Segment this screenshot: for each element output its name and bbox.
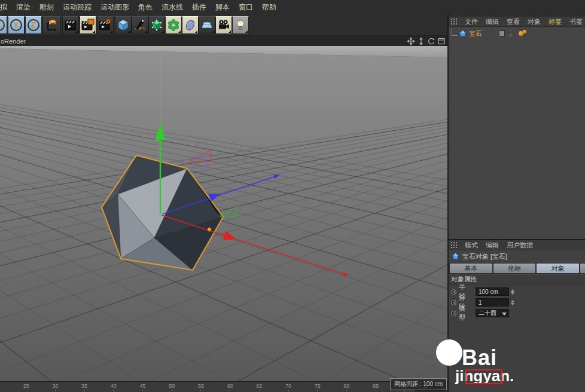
ruler-number: 35 — [81, 384, 87, 391]
spline-pen-button[interactable] — [132, 16, 148, 34]
lock-y-axis-button[interactable]: Y — [8, 16, 25, 34]
radius-spinner[interactable] — [511, 289, 514, 295]
render-picture-viewer-button[interactable] — [80, 16, 96, 34]
ruler-number: 65 — [256, 384, 262, 391]
type-label: 类型 — [459, 304, 471, 322]
menu-item[interactable]: 角色 — [138, 2, 153, 13]
viewport-dolly-icon[interactable] — [417, 37, 425, 45]
layer-square-icon[interactable] — [499, 30, 505, 36]
type-row: 类型 二十面 — [449, 308, 585, 318]
panel-grip-icon[interactable] — [451, 19, 457, 24]
right-panel: 文件 编辑 查看 对象 标签 书签 宝石 ·· ✓ — [449, 0, 585, 392]
viewport-canvas[interactable]: 网格间距 : 100 cm — [0, 46, 447, 381]
x-axis-icon: X — [0, 19, 5, 31]
z-axis-icon: Z — [28, 19, 39, 31]
ground — [0, 48, 447, 381]
primitive-cube-button[interactable] — [115, 16, 132, 34]
viewport-pan-icon[interactable] — [407, 37, 415, 45]
menu-item[interactable]: 流水线 — [162, 2, 183, 13]
tab-coordinates[interactable]: 坐标 — [493, 264, 536, 273]
ruler-number: 85 — [373, 384, 379, 391]
cube-icon — [117, 19, 130, 32]
coordinate-system-button[interactable] — [42, 16, 60, 34]
viewport-title: oRender — [1, 38, 26, 45]
floor-environment-button[interactable] — [199, 16, 215, 34]
array-flower-icon — [167, 19, 180, 32]
key-radio-icon[interactable] — [451, 289, 456, 295]
ruler-number: 70 — [285, 384, 291, 391]
ruler-number: 60 — [227, 384, 233, 391]
menu-item[interactable]: 脚本 — [215, 2, 230, 13]
menu-item[interactable]: 窗口 — [239, 2, 253, 13]
tab-basic[interactable]: 基本 — [450, 264, 492, 273]
render-view-icon — [64, 19, 77, 32]
radius-field[interactable]: 100 cm — [476, 287, 509, 296]
ruler-number: 50 — [169, 384, 175, 391]
render-settings-button[interactable] — [97, 16, 114, 34]
cinema4d-window: 拟渲染雕刻运动跟踪运动图形角色流水线插件脚本窗口帮助 X Y Z — [0, 0, 585, 392]
viewport-panel[interactable]: oRender — [0, 36, 447, 381]
vertical-splitter[interactable] — [447, 14, 449, 392]
menu-item[interactable]: 雕刻 — [39, 2, 54, 13]
generator-cube-button[interactable] — [148, 16, 165, 34]
floor-grid-icon — [200, 19, 214, 32]
light-bulb-icon — [234, 19, 247, 32]
menu-item[interactable]: 帮助 — [262, 2, 276, 13]
render-picture-viewer-icon — [81, 19, 95, 32]
lock-z-axis-button[interactable]: Z — [25, 16, 42, 34]
attr-menu-userdata[interactable]: 用户数据 — [507, 241, 533, 250]
watermark-logo-circle — [436, 339, 462, 366]
key-radio-icon[interactable] — [451, 311, 456, 316]
key-radio-icon[interactable] — [451, 300, 456, 305]
menu-item[interactable]: 渲染 — [16, 2, 31, 13]
tab-partial[interactable] — [580, 264, 585, 273]
grid-spacing-label: 网格间距 : 100 cm — [390, 378, 447, 390]
mograph-array-button[interactable] — [165, 16, 182, 34]
viewport-header: oRender — [0, 36, 447, 46]
deformer-button[interactable] — [182, 16, 199, 34]
om-menu-bookmarks[interactable]: 书签 — [569, 17, 583, 26]
attribute-object-title: 宝石对象 [宝石] — [449, 251, 585, 262]
viewport-rotate-icon[interactable] — [427, 37, 435, 45]
phong-tag-icon[interactable] — [519, 30, 527, 37]
type-dropdown[interactable]: 二十面 — [476, 309, 509, 317]
coordinate-system-icon — [45, 19, 58, 32]
om-menu-view[interactable]: 查看 — [507, 17, 520, 26]
ruler-number: 45 — [140, 384, 146, 391]
panel-grip-icon[interactable] — [451, 242, 457, 248]
render-view-button[interactable] — [62, 16, 79, 34]
watermark-red-box — [465, 369, 502, 384]
segments-value: 1 — [479, 299, 482, 306]
om-menu-object[interactable]: 对象 — [528, 17, 541, 26]
camera-button[interactable] — [215, 16, 232, 34]
light-button[interactable] — [232, 16, 249, 34]
ruler-number: 80 — [343, 384, 349, 391]
ruler-number: 75 — [315, 384, 321, 391]
object-row-gem[interactable]: 宝石 ·· ✓ — [449, 27, 585, 39]
viewport-toggle-icon[interactable] — [437, 37, 445, 45]
segments-field[interactable]: 1 — [476, 298, 509, 307]
radius-value: 100 cm — [479, 289, 498, 295]
om-menu-file[interactable]: 文件 — [465, 17, 478, 26]
attr-menu-edit[interactable]: 编辑 — [486, 241, 499, 250]
object-name[interactable]: 宝石 — [469, 29, 482, 38]
enable-toggles[interactable]: ·· ✓ — [508, 29, 514, 38]
ruler-number: 40 — [111, 384, 117, 391]
om-menu-edit[interactable]: 编辑 — [486, 17, 499, 26]
menu-item[interactable]: 插件 — [192, 2, 206, 13]
segments-spinner[interactable] — [511, 300, 514, 305]
type-value: 二十面 — [479, 309, 496, 317]
axis-origin-dot[interactable] — [208, 228, 211, 231]
pen-icon — [133, 19, 147, 32]
tab-object[interactable]: 对象 — [537, 264, 579, 273]
menu-item[interactable]: 运动跟踪 — [63, 2, 92, 13]
om-menu-tags[interactable]: 标签 — [549, 17, 562, 26]
chevron-down-icon — [502, 313, 507, 316]
timeline-ruler[interactable]: 202530354045505560657075808590 — [0, 382, 408, 392]
lock-x-axis-button[interactable]: X — [0, 16, 7, 34]
attr-menu-mode[interactable]: 模式 — [465, 241, 478, 250]
gem-object-icon — [459, 30, 467, 38]
object-manager-menu: 文件 编辑 查看 对象 标签 书签 — [449, 17, 585, 27]
menu-item[interactable]: 运动图形 — [100, 2, 129, 13]
menu-item[interactable]: 拟 — [0, 2, 7, 13]
